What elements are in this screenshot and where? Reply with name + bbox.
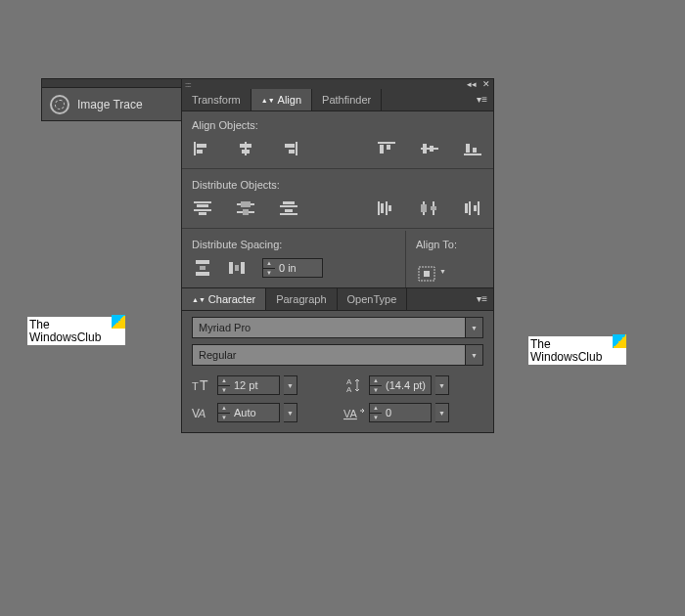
- align-top-icon[interactable]: [376, 139, 397, 158]
- svg-text:T: T: [200, 377, 208, 393]
- panel-menu-icon[interactable]: ▾≡: [471, 288, 493, 310]
- tab-transform[interactable]: Transform: [182, 89, 251, 110]
- svg-rect-9: [378, 142, 395, 144]
- leading-input[interactable]: ▲▼: [369, 375, 432, 395]
- svg-rect-45: [229, 262, 233, 274]
- chevron-down-icon[interactable]: ▼: [435, 375, 449, 395]
- align-to-block: Align To: ▼: [405, 231, 493, 287]
- font-family-field[interactable]: [193, 318, 465, 337]
- svg-rect-41: [478, 201, 480, 215]
- svg-rect-4: [240, 144, 251, 148]
- tab-paragraph[interactable]: Paragraph: [266, 288, 337, 310]
- grip-icon: ::::::: [185, 81, 191, 88]
- svg-rect-26: [283, 201, 295, 204]
- collapse-icon[interactable]: ◂◂: [467, 79, 477, 89]
- stepper-down-icon[interactable]: ▼: [370, 386, 382, 395]
- stepper-down-icon[interactable]: ▼: [263, 269, 275, 278]
- dist-top-icon[interactable]: [192, 198, 213, 218]
- svg-text:A: A: [346, 385, 352, 393]
- svg-rect-6: [296, 142, 297, 155]
- spacing-field[interactable]: [275, 259, 322, 277]
- svg-rect-42: [196, 260, 209, 264]
- font-family-select[interactable]: ▼: [192, 317, 483, 338]
- svg-rect-19: [197, 204, 208, 207]
- tab-opentype[interactable]: OpenType: [338, 288, 408, 310]
- tab-character[interactable]: ▲▼ Character: [182, 288, 266, 310]
- dist-spacing-h-icon[interactable]: [227, 258, 249, 278]
- align-hcenter-icon[interactable]: [235, 139, 256, 158]
- svg-rect-14: [430, 146, 434, 152]
- svg-rect-39: [469, 201, 471, 215]
- watermark-logo: The WindowsClub: [27, 317, 125, 345]
- svg-text:VA: VA: [343, 408, 358, 419]
- align-vcenter-icon[interactable]: [419, 139, 440, 158]
- chevron-down-icon[interactable]: ▼: [435, 403, 449, 422]
- tab-character-label: Character: [208, 293, 255, 305]
- updown-icon: ▲▼: [192, 296, 206, 303]
- align-to-dropdown[interactable]: ▼: [439, 268, 446, 275]
- image-trace-label: Image Trace: [77, 98, 143, 111]
- tracking-input[interactable]: ▲▼: [369, 403, 432, 422]
- kerning-icon: VA: [192, 405, 213, 420]
- svg-text:T: T: [192, 380, 199, 392]
- svg-rect-43: [200, 266, 206, 270]
- chevron-down-icon[interactable]: ▼: [465, 318, 482, 337]
- dist-left-icon[interactable]: [376, 198, 397, 218]
- font-size-input[interactable]: ▲▼: [217, 375, 280, 395]
- stepper-down-icon[interactable]: ▼: [370, 414, 382, 422]
- align-left-icon[interactable]: [192, 139, 213, 158]
- close-icon[interactable]: ✕: [482, 79, 490, 89]
- font-style-select[interactable]: ▼: [192, 344, 483, 366]
- align-bottom-icon[interactable]: [462, 139, 483, 158]
- stepper-up-icon[interactable]: ▲: [218, 404, 230, 414]
- stepper-down-icon[interactable]: ▼: [218, 386, 230, 395]
- chevron-down-icon[interactable]: ▼: [284, 403, 297, 422]
- stepper-up-icon[interactable]: ▲: [263, 259, 275, 269]
- svg-rect-5: [242, 150, 250, 154]
- chevron-down-icon[interactable]: ▼: [465, 345, 482, 365]
- align-right-icon[interactable]: [278, 139, 299, 158]
- tab-align[interactable]: ▲▼ Align: [251, 89, 312, 110]
- panel-header[interactable]: :::::: ◂◂ ✕: [182, 79, 493, 89]
- wm-line2: WindowsClub: [530, 351, 624, 364]
- dist-vcenter-icon[interactable]: [235, 198, 256, 218]
- image-trace-icon: [50, 95, 69, 114]
- font-size-field[interactable]: [230, 376, 279, 394]
- spacing-input[interactable]: ▲▼: [262, 258, 323, 278]
- svg-rect-11: [387, 145, 390, 150]
- leading-field[interactable]: [382, 376, 431, 394]
- dist-right-icon[interactable]: [462, 198, 483, 218]
- svg-rect-37: [431, 206, 436, 210]
- dist-bottom-icon[interactable]: [278, 198, 299, 218]
- svg-rect-10: [380, 145, 384, 154]
- kerning-field[interactable]: [230, 404, 279, 421]
- panel-menu-icon[interactable]: ▾≡: [471, 89, 493, 110]
- distribute-objects-label: Distribute Objects:: [182, 171, 493, 195]
- stepper-up-icon[interactable]: ▲: [370, 404, 382, 414]
- svg-rect-23: [241, 201, 251, 207]
- kerning-input[interactable]: ▲▼: [217, 403, 280, 422]
- tracking-field[interactable]: [382, 404, 431, 421]
- font-style-field[interactable]: [193, 345, 465, 365]
- dist-hcenter-icon[interactable]: [419, 198, 440, 218]
- align-to-icon[interactable]: [416, 264, 437, 284]
- svg-rect-38: [465, 203, 468, 213]
- svg-rect-28: [285, 209, 293, 212]
- dist-spacing-v-icon[interactable]: [192, 258, 213, 278]
- logo-square-icon: [112, 315, 125, 329]
- svg-rect-46: [235, 265, 239, 271]
- svg-rect-44: [196, 272, 209, 276]
- stepper-up-icon[interactable]: ▲: [370, 376, 382, 386]
- chevron-down-icon[interactable]: ▼: [284, 375, 297, 395]
- svg-rect-29: [280, 213, 297, 215]
- tab-pathfinder[interactable]: Pathfinder: [312, 89, 382, 110]
- stepper-up-icon[interactable]: ▲: [218, 376, 230, 386]
- stepper-down-icon[interactable]: ▼: [218, 414, 230, 422]
- tab-bar-align: Transform ▲▼ Align Pathfinder ▾≡: [182, 89, 493, 111]
- svg-rect-30: [378, 201, 380, 215]
- svg-rect-47: [241, 262, 245, 274]
- updown-icon: ▲▼: [261, 97, 275, 104]
- svg-text:A: A: [197, 407, 207, 420]
- svg-rect-25: [243, 209, 249, 215]
- svg-rect-17: [473, 148, 477, 153]
